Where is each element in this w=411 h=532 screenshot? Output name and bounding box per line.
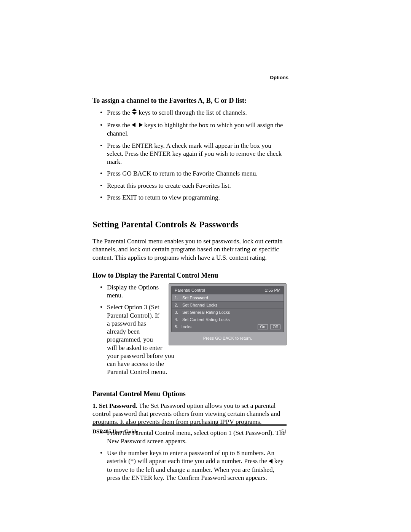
up-down-arrow-icon — [132, 109, 137, 117]
footer-guide: DSR405 User Guide — [92, 429, 138, 435]
pc-menu-label: Set Content Rating Locks — [182, 317, 230, 322]
left-arrow-icon — [132, 121, 135, 129]
favorites-steps: Press the keys to scroll through the lis… — [100, 109, 287, 201]
pc-menu-item: 2.Set Channel Locks — [172, 302, 284, 309]
favorites-heading: To assign a channel to the Favorites A, … — [92, 97, 287, 105]
svg-marker-0 — [132, 109, 137, 111]
pc-menu-label: Set Channel Locks — [182, 303, 217, 307]
list-item: Display the Options menu. — [100, 283, 287, 300]
footer-rule — [92, 424, 287, 426]
set-password-steps: From the Parental Control menu, select o… — [100, 429, 287, 482]
parental-heading: Setting Parental Controls & Passwords — [92, 220, 287, 230]
text: keys to scroll through the list of chann… — [137, 109, 247, 116]
display-pc-heading: How to Display the Parental Control Menu — [92, 272, 287, 280]
svg-marker-4 — [269, 459, 272, 463]
set-password-label: 1. Set Password. — [92, 402, 137, 409]
pc-menu-label: Locks — [180, 324, 191, 329]
pc-toggle-on: On — [258, 324, 268, 329]
right-arrow-icon — [139, 121, 143, 129]
list-item: Press GO BACK to return to the Favorite … — [100, 169, 287, 177]
list-item: Press the ENTER key. A check mark will a… — [100, 142, 287, 166]
pc-menu-item: 5.Locks On Off — [172, 323, 284, 332]
list-item: Press the keys to scroll through the lis… — [100, 109, 287, 117]
list-item: Press EXIT to return to view programming… — [100, 193, 287, 201]
footer-page-number: 51 — [281, 429, 287, 435]
svg-marker-3 — [139, 123, 143, 127]
pc-footer-hint: Press GO BACK to return. — [171, 332, 284, 341]
pc-menu-label: Set General Rating Locks — [182, 310, 230, 315]
list-item: Repeat this process to create each Favor… — [100, 182, 287, 190]
pc-toggle-off: Off — [270, 324, 280, 329]
text: Press the — [107, 121, 132, 129]
left-arrow-icon — [269, 457, 272, 465]
text: Press the — [107, 109, 132, 116]
pc-menu-item: 3.Set General Rating Locks — [172, 309, 284, 316]
page-footer: DSR405 User Guide 51 — [92, 424, 287, 435]
text: Use the number keys to enter a password … — [107, 449, 274, 465]
list-item: Use the number keys to enter a password … — [100, 449, 287, 482]
svg-marker-1 — [132, 112, 137, 115]
list-item: Press the keys to highlight the box to w… — [100, 121, 287, 138]
svg-marker-2 — [132, 123, 135, 127]
pc-menu-item: 4.Set Content Rating Locks — [172, 316, 284, 323]
parental-intro: The Parental Control menu enables you to… — [92, 237, 287, 262]
set-password-para: 1. Set Password. The Set Password option… — [92, 402, 287, 426]
pc-menu-options-heading: Parental Control Menu Options — [92, 390, 287, 398]
list-item: Select Option 3 (Set Parental Control). … — [100, 303, 178, 376]
